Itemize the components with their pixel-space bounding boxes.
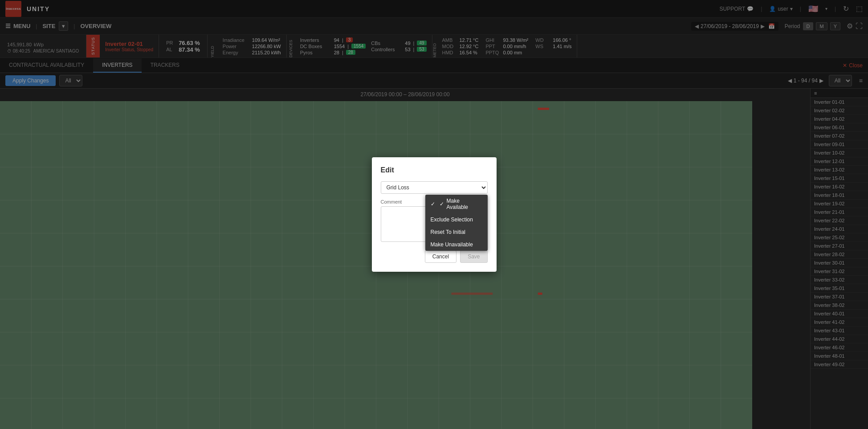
check-icon: ✓ [440, 201, 444, 207]
cancel-button[interactable]: Cancel [425, 250, 456, 263]
action-dropdown-menu: ✓ Make Available Exclude Selection Reset… [425, 195, 488, 251]
make-available-label: Make Available [447, 198, 482, 210]
exclude-selection-item[interactable]: Exclude Selection [425, 213, 488, 226]
modal-overlay: Edit Grid Loss ✓ Make Available Exclude … [0, 0, 868, 429]
modal-title: Edit [381, 166, 488, 174]
reason-select[interactable]: Grid Loss [381, 181, 488, 194]
modal-select-row: Grid Loss ✓ Make Available Exclude Selec… [381, 181, 488, 194]
make-unavailable-label: Make Unavailable [431, 241, 473, 248]
save-button[interactable]: Save [460, 250, 487, 263]
reset-label: Reset To Initial [431, 229, 466, 235]
edit-modal: Edit Grid Loss ✓ Make Available Exclude … [372, 157, 497, 272]
modal-actions: Cancel Save [381, 250, 488, 263]
reset-initial-item[interactable]: Reset To Initial [425, 226, 488, 238]
make-unavailable-item[interactable]: Make Unavailable [425, 238, 488, 251]
make-available-item[interactable]: ✓ Make Available [425, 195, 488, 213]
exclude-label: Exclude Selection [431, 217, 473, 223]
